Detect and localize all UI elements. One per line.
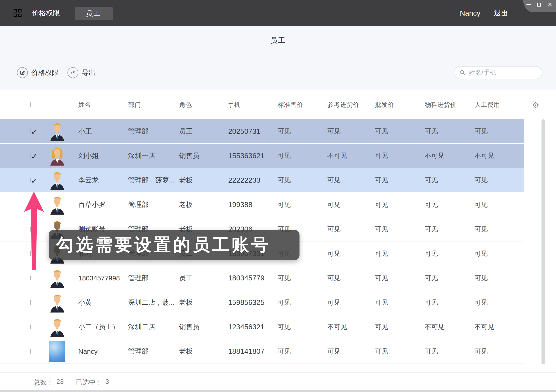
cell-standard-price-visibility: 可见 xyxy=(274,176,324,185)
cell-role: 员工 xyxy=(176,127,224,136)
cell-material-price-visibility: 可见 xyxy=(421,347,471,356)
cell-material-price-visibility: 可见 xyxy=(421,274,471,283)
row-checkbox[interactable] xyxy=(30,276,31,280)
cell-role: 销售员 xyxy=(176,151,224,161)
cell-standard-price-visibility: 可见 xyxy=(274,127,324,136)
cell-name: 刘小姐 xyxy=(75,151,124,161)
maximize-icon[interactable] xyxy=(537,3,541,7)
cell-material-price-visibility: 不可见 xyxy=(421,323,471,331)
total-count: 23 xyxy=(56,378,64,387)
titlebar: 价格权限 员工 Nancy 退出 ✕ xyxy=(0,0,556,26)
row-checkbox[interactable] xyxy=(30,349,31,354)
cell-labor-cost-visibility: 可见 xyxy=(471,347,524,356)
row-checkbox[interactable] xyxy=(30,251,31,256)
table-row[interactable]: 小黄 深圳二店，菠... 老板 159856325 可见 可见 可见 可见 可见 xyxy=(0,290,524,315)
table-row[interactable]: 18034577998 管理部 员工 180345779 可见 可见 可见 可见… xyxy=(0,266,524,290)
window-controls: ✕ xyxy=(516,0,556,9)
table-row[interactable]: 李云龙 管理部，菠萝... 老板 22222233 可见 可见 可见 可见 可见 xyxy=(0,168,524,192)
minimize-icon[interactable] xyxy=(526,4,531,5)
edit-icon xyxy=(17,67,28,78)
table-row[interactable]: Nancy 管理部 老板 188141807 可见 可见 可见 可见 可见 xyxy=(0,339,524,364)
cell-department: 深圳一店 xyxy=(124,151,176,161)
cell-wholesale-price-visibility: 可见 xyxy=(371,176,421,185)
cell-department: 管理部 xyxy=(124,273,176,283)
cell-phone: 20250731 xyxy=(224,127,274,136)
cell-wholesale-price-visibility: 可见 xyxy=(371,151,421,160)
cell-labor-cost-visibility: 可见 xyxy=(471,298,524,307)
cell-labor-cost-visibility: 可见 xyxy=(471,200,524,209)
table-row[interactable]: 小二（员工） 深圳二店 销售员 123456321 可见 不可见 可见 不可见 … xyxy=(0,315,524,339)
cell-standard-price-visibility: 可见 xyxy=(274,298,324,307)
export-button[interactable]: 导出 xyxy=(68,55,96,90)
row-checkbox[interactable] xyxy=(30,324,31,329)
row-checkbox[interactable] xyxy=(30,178,31,182)
row-checkbox[interactable] xyxy=(30,300,31,305)
user-name[interactable]: Nancy xyxy=(460,9,480,17)
cell-role: 员工 xyxy=(176,273,224,283)
employee-avatar xyxy=(49,317,65,337)
logo-square-blue xyxy=(14,14,17,17)
column-material-price: 物料进货价 xyxy=(421,100,471,109)
cell-name: 百草小罗 xyxy=(75,200,124,209)
cell-department: 深圳二店，菠... xyxy=(124,298,176,307)
table-row[interactable]: 小王 管理部 员工 20250731 可见 可见 可见 可见 可见 xyxy=(0,119,524,144)
cell-material-price-visibility: 可见 xyxy=(421,225,471,234)
select-all-checkbox[interactable] xyxy=(30,102,31,107)
cell-material-price-visibility: 可见 xyxy=(421,127,471,136)
row-checkbox[interactable] xyxy=(30,227,31,231)
employee-avatar xyxy=(49,293,65,313)
app-window: 价格权限 员工 Nancy 退出 ✕ 员工 价格权限 导出 xyxy=(0,0,556,392)
column-standard-price: 标准售价 xyxy=(274,100,324,109)
employee-avatar xyxy=(49,170,65,190)
table-settings-gear-icon[interactable]: ⚙ xyxy=(531,101,540,110)
logo-square-red xyxy=(14,9,17,12)
cell-reference-price-visibility: 可见 xyxy=(324,347,371,356)
cell-wholesale-price-visibility: 可见 xyxy=(371,200,421,209)
price-permission-button[interactable]: 价格权限 xyxy=(17,55,59,90)
annotation-tooltip-text: 勾选需要设置的员工账号 xyxy=(56,233,270,257)
cell-name: 小王 xyxy=(75,127,124,136)
cell-material-price-visibility: 不可见 xyxy=(421,151,471,160)
cell-reference-price-visibility: 可见 xyxy=(324,176,371,185)
cell-material-price-visibility: 可见 xyxy=(421,200,471,209)
employee-avatar xyxy=(49,341,65,362)
cell-department: 管理部 xyxy=(124,200,176,209)
cell-name: 小黄 xyxy=(75,298,124,307)
tab-employees[interactable]: 员工 xyxy=(75,7,113,20)
search-input[interactable] xyxy=(469,69,537,76)
cell-name: 李云龙 xyxy=(75,176,124,185)
cell-department: 深圳二店 xyxy=(124,322,176,331)
cell-role: 老板 xyxy=(176,347,224,356)
column-role: 角色 xyxy=(176,100,224,109)
cell-department: 管理部 xyxy=(124,127,176,136)
close-icon[interactable]: ✕ xyxy=(547,2,552,8)
row-checkbox[interactable] xyxy=(30,202,31,207)
table-row[interactable]: 刘小姐 深圳一店 销售员 155363621 可见 不可见 可见 不可见 不可见 xyxy=(0,144,524,168)
toolbar: 价格权限 导出 xyxy=(0,55,556,90)
cell-reference-price-visibility: 可见 xyxy=(324,249,371,258)
cell-standard-price-visibility: 可见 xyxy=(274,323,324,331)
cell-labor-cost-visibility: 不可见 xyxy=(471,151,524,160)
row-checkbox[interactable] xyxy=(30,153,31,158)
row-checkbox[interactable] xyxy=(30,129,31,134)
cell-labor-cost-visibility: 可见 xyxy=(471,249,524,258)
column-phone: 手机 xyxy=(224,100,274,109)
cell-role: 销售员 xyxy=(176,322,224,331)
cell-reference-price-visibility: 可见 xyxy=(324,274,371,283)
total-label: 总数： xyxy=(33,378,53,387)
column-wholesale-price: 批发价 xyxy=(371,100,421,109)
cell-phone: 22222233 xyxy=(224,176,274,184)
page-header: 员工 xyxy=(0,26,556,55)
cell-material-price-visibility: 可见 xyxy=(421,176,471,185)
vertical-scrollbar-thumb[interactable] xyxy=(541,119,545,364)
cell-phone: 188141807 xyxy=(224,347,274,356)
table-header: 姓名 部门 角色 手机 标准售价 参考进货价 批发价 物料进货价 人工费用 xyxy=(0,90,524,119)
cell-phone: 123456321 xyxy=(224,323,274,331)
app-title: 价格权限 xyxy=(32,0,60,26)
cell-wholesale-price-visibility: 可见 xyxy=(371,323,421,331)
cell-department: 管理部 xyxy=(124,347,176,356)
logout-button[interactable]: 退出 xyxy=(494,9,509,18)
column-name: 姓名 xyxy=(75,100,124,109)
cell-wholesale-price-visibility: 可见 xyxy=(371,274,421,283)
table-row[interactable]: 百草小罗 管理部 老板 199388 可见 可见 可见 可见 可见 xyxy=(0,192,524,217)
